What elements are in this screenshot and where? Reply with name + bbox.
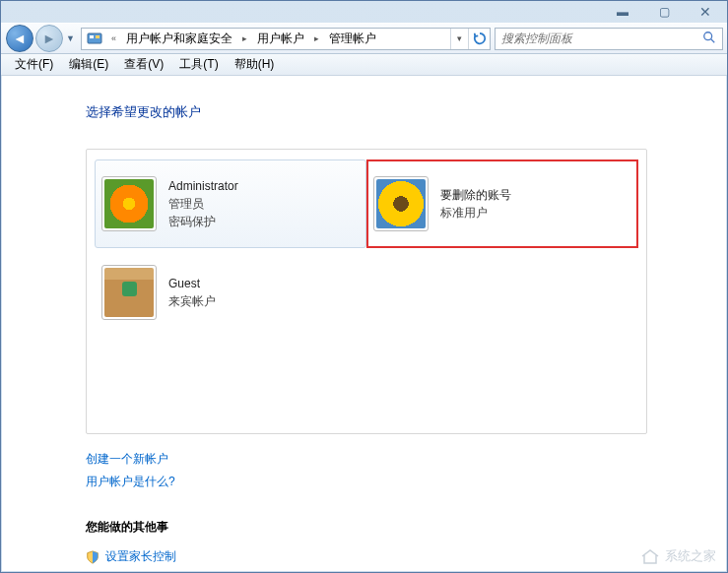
goto-user-accounts-link[interactable]: 转到主"用户帐户"页面: [86, 567, 201, 571]
nav-buttons: ◄ ► ▼: [5, 25, 75, 52]
menubar: 文件(F) 编辑(E) 查看(V) 工具(T) 帮助(H): [1, 54, 727, 76]
address-bar[interactable]: « 用户帐户和家庭安全 ▸ 用户帐户 ▸ 管理帐户 ▾: [81, 28, 491, 50]
other-links: 设置家长控制 转到主"用户帐户"页面: [86, 545, 706, 571]
account-info: 要删除的账号 标准用户: [440, 186, 511, 222]
chevron-right-icon[interactable]: ▸: [238, 33, 251, 43]
close-button[interactable]: ✕: [692, 4, 719, 20]
avatar: [101, 176, 157, 231]
menu-file[interactable]: 文件(F): [7, 54, 61, 75]
shield-icon: [86, 549, 99, 563]
control-panel-window: ▬ ▢ ✕ ◄ ► ▼ « 用户帐户和家庭安全 ▸ 用户帐户 ▸ 管理帐户 ▾: [0, 0, 728, 573]
titlebar: ▬ ▢ ✕: [1, 1, 727, 23]
account-card-administrator[interactable]: Administrator 管理员 密码保护: [95, 159, 366, 248]
what-is-account-link[interactable]: 用户帐户是什么?: [86, 475, 175, 488]
breadcrumb-segment[interactable]: 用户帐户和家庭安全: [120, 29, 238, 49]
search-input[interactable]: [501, 32, 702, 45]
nav-history-dropdown[interactable]: ▼: [66, 33, 75, 43]
action-links: 创建一个新帐户 用户帐户是什么?: [86, 448, 706, 493]
navbar: ◄ ► ▼ « 用户帐户和家庭安全 ▸ 用户帐户 ▸ 管理帐户 ▾: [1, 23, 727, 54]
svg-rect-1: [90, 35, 94, 38]
other-heading: 您能做的其他事: [86, 519, 706, 536]
account-info: Administrator 管理员 密码保护: [168, 177, 238, 230]
account-name: Administrator: [168, 177, 238, 195]
create-account-link[interactable]: 创建一个新帐户: [86, 452, 168, 466]
maximize-button[interactable]: ▢: [650, 4, 678, 20]
address-dropdown[interactable]: ▾: [450, 29, 468, 49]
refresh-button[interactable]: [468, 29, 490, 49]
account-status: 密码保护: [168, 213, 238, 230]
parental-control-link[interactable]: 设置家长控制: [105, 545, 176, 568]
menu-view[interactable]: 查看(V): [116, 54, 171, 75]
chevron-right-icon[interactable]: ▸: [310, 33, 323, 43]
control-panel-icon: [85, 29, 104, 48]
menu-edit[interactable]: 编辑(E): [61, 54, 116, 75]
arrow-left-icon: ◄: [13, 31, 27, 46]
account-type: 管理员: [168, 195, 238, 213]
arrow-right-icon: ►: [42, 31, 56, 46]
account-card-to-delete[interactable]: 要删除的账号 标准用户: [366, 159, 638, 248]
account-info: Guest 来宾帐户: [168, 275, 216, 310]
breadcrumb-root-chevron[interactable]: «: [107, 33, 120, 43]
search-icon[interactable]: [702, 31, 716, 47]
menu-tools[interactable]: 工具(T): [171, 54, 226, 75]
watermark-icon: [639, 547, 661, 565]
page-title: 选择希望更改的帐户: [86, 103, 706, 121]
svg-point-3: [704, 32, 712, 39]
breadcrumb-segment[interactable]: 用户帐户: [251, 29, 310, 49]
accounts-list: Administrator 管理员 密码保护 要删除的账号 标准用户 G: [86, 149, 647, 434]
watermark: 系统之家: [639, 547, 716, 565]
account-name: Guest: [168, 275, 216, 292]
minimize-button[interactable]: ▬: [609, 4, 636, 20]
avatar: [373, 176, 429, 231]
content-area: 选择希望更改的帐户 Administrator 管理员 密码保护 要删除的账号 …: [2, 76, 726, 571]
svg-rect-2: [96, 35, 99, 38]
breadcrumb-segment[interactable]: 管理帐户: [323, 29, 382, 49]
account-type: 来宾帐户: [168, 292, 216, 310]
search-box[interactable]: [495, 28, 723, 50]
account-card-guest[interactable]: Guest 来宾帐户: [95, 248, 366, 337]
account-type: 标准用户: [440, 204, 511, 222]
menu-help[interactable]: 帮助(H): [227, 54, 283, 75]
back-button[interactable]: ◄: [6, 25, 33, 52]
account-name: 要删除的账号: [440, 186, 511, 204]
avatar: [101, 265, 157, 320]
refresh-icon: [473, 32, 487, 45]
forward-button[interactable]: ►: [35, 25, 63, 52]
svg-line-4: [711, 38, 715, 42]
